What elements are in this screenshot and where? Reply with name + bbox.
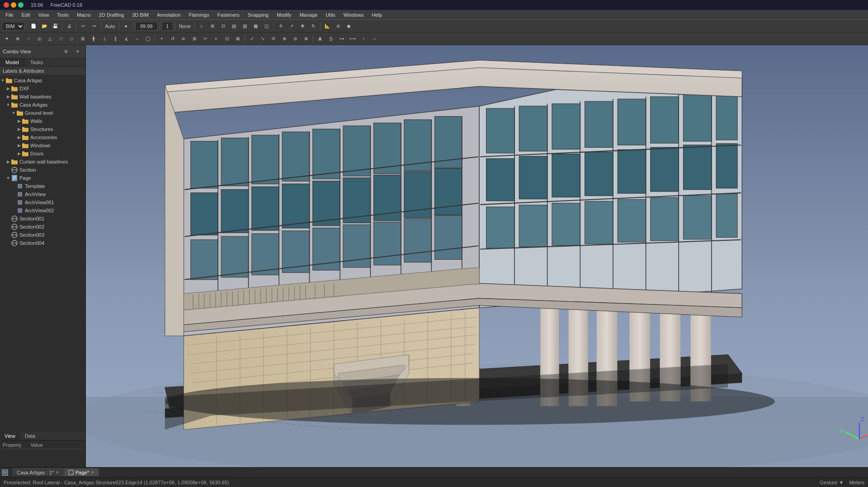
- menu-edit[interactable]: Edit: [18, 11, 34, 19]
- text-e[interactable]: ↕: [359, 34, 368, 44]
- snap-btn-2[interactable]: ⊕: [13, 34, 23, 44]
- tool-g[interactable]: ⊡: [222, 34, 232, 44]
- tree-item-section004[interactable]: Section004: [0, 239, 85, 247]
- snap-btn-13[interactable]: ↔: [132, 34, 142, 44]
- tool-f[interactable]: ⌖: [211, 34, 221, 44]
- menu-modify[interactable]: Modify: [273, 11, 295, 19]
- tree-item-template[interactable]: Template: [0, 182, 85, 190]
- menu-fasteners[interactable]: Fasteners: [214, 11, 243, 19]
- tab-casa-close[interactable]: ✕: [56, 470, 59, 475]
- view-home-button[interactable]: ⌂: [197, 21, 207, 31]
- snap-btn-12[interactable]: ∡: [121, 34, 131, 44]
- tree-item-archview001[interactable]: ArchView001: [0, 198, 85, 206]
- tool-c[interactable]: ⊳: [179, 34, 189, 44]
- view-front-button[interactable]: ▧: [240, 21, 250, 31]
- snap-btn-11[interactable]: ∥: [110, 34, 120, 44]
- tree-item-archview[interactable]: ArchView: [0, 190, 85, 198]
- tool-b[interactable]: ↺: [168, 34, 178, 44]
- tool-h[interactable]: ⊠: [233, 34, 243, 44]
- modify-a[interactable]: ⤢: [247, 34, 257, 44]
- modify-d[interactable]: ⊕: [279, 34, 289, 44]
- menu-snapping[interactable]: Snapping: [244, 11, 273, 19]
- modify-b[interactable]: ⤡: [258, 34, 268, 44]
- snap-btn-14[interactable]: ◯: [143, 34, 153, 44]
- tree-item-section002[interactable]: Section002: [0, 223, 85, 231]
- left-tab-data[interactable]: Data: [20, 432, 40, 440]
- snap-btn-10[interactable]: ⊥: [99, 34, 109, 44]
- modify-c[interactable]: ⟳: [269, 34, 278, 44]
- snap-btn-1[interactable]: ✦: [2, 34, 12, 44]
- modify-f[interactable]: ⊗: [301, 34, 311, 44]
- tree-item-page[interactable]: ▼Page: [0, 174, 85, 182]
- tree-item-section001[interactable]: Section001: [0, 215, 85, 223]
- close-button[interactable]: [4, 2, 9, 8]
- minimize-button[interactable]: [11, 2, 16, 8]
- print-button[interactable]: 🖨: [64, 21, 74, 31]
- tree-item-walls[interactable]: ▶Walls: [0, 117, 85, 125]
- view-top-button[interactable]: ▤: [229, 21, 239, 31]
- undo-button[interactable]: ↩: [78, 21, 88, 31]
- tree-item-accessories[interactable]: ▶Accessories: [0, 133, 85, 141]
- window-controls[interactable]: [4, 2, 24, 8]
- menu-3d-bim[interactable]: 3D BIM: [128, 11, 152, 19]
- tree-item-doors[interactable]: ▶Doors: [0, 150, 85, 158]
- workbench-selector[interactable]: BIM: [2, 22, 24, 31]
- menu-windows[interactable]: Windows: [340, 11, 368, 19]
- combo-close-button[interactable]: ✕: [73, 47, 83, 56]
- view-fit-sel-button[interactable]: ⊡: [218, 21, 228, 31]
- tree-item-archview002[interactable]: ArchView002: [0, 206, 85, 215]
- menu-2d-drafting[interactable]: 2D Drafting: [95, 11, 128, 19]
- menu-view[interactable]: View: [35, 11, 53, 19]
- text-c[interactable]: ⊶: [337, 34, 347, 44]
- menu-flamingo[interactable]: Flamingo: [185, 11, 213, 19]
- tree-item-windows[interactable]: ▶Windows: [0, 141, 85, 150]
- tab-page-close[interactable]: ✕: [91, 470, 94, 475]
- render-button[interactable]: ◉: [344, 21, 354, 31]
- tool-a[interactable]: +: [157, 34, 167, 44]
- rotate-button[interactable]: ↻: [308, 21, 318, 31]
- tree-item-structures[interactable]: ▶Structures: [0, 125, 85, 133]
- menu-help[interactable]: Help: [368, 11, 386, 19]
- menu-manage[interactable]: Manage: [296, 11, 321, 19]
- tree-item-section003[interactable]: Section003: [0, 231, 85, 239]
- tree-item-dxf[interactable]: ▶DXF: [0, 84, 85, 93]
- text-b[interactable]: S: [326, 34, 336, 44]
- left-tab-view[interactable]: View: [0, 432, 20, 440]
- tree-item-wall-baselines[interactable]: ▶Wall baselines: [0, 93, 85, 101]
- snap-btn-7[interactable]: ◇: [67, 34, 77, 44]
- view-right-button[interactable]: ▦: [251, 21, 261, 31]
- tool-e[interactable]: ✂: [200, 34, 210, 44]
- menu-annotation[interactable]: Annotation: [153, 11, 184, 19]
- tab-tasks[interactable]: Tasks: [25, 58, 49, 66]
- menu-tools[interactable]: Tools: [53, 11, 72, 19]
- modify-e[interactable]: ⊖: [290, 34, 300, 44]
- snap-btn-8[interactable]: ⊞: [78, 34, 88, 44]
- move-button[interactable]: ✥: [297, 21, 307, 31]
- select-all-button[interactable]: ✛: [276, 21, 286, 31]
- tree-item-casa-artigas-sub[interactable]: ▼Casa Artigas: [0, 101, 85, 109]
- new-file-button[interactable]: 📄: [28, 21, 38, 31]
- maximize-button[interactable]: [18, 2, 24, 8]
- snap-btn-3[interactable]: ○: [24, 34, 33, 44]
- text-f[interactable]: ↔: [369, 34, 379, 44]
- menu-file[interactable]: File: [2, 11, 17, 19]
- view-fit-all-button[interactable]: ⊞: [208, 21, 217, 31]
- combo-float-button[interactable]: ⧉: [61, 47, 71, 56]
- tab-casa-artigas[interactable]: Casa Artigas : 1* ✕: [13, 468, 63, 476]
- open-file-button[interactable]: 📂: [39, 21, 49, 31]
- save-button[interactable]: 💾: [50, 21, 60, 31]
- text-d[interactable]: ⟼: [348, 34, 358, 44]
- menu-utils[interactable]: Utils: [322, 11, 339, 19]
- tab-page[interactable]: Page* ✕: [64, 468, 99, 476]
- text-a[interactable]: A: [315, 34, 325, 44]
- point-size-input[interactable]: [162, 22, 173, 31]
- tab-model[interactable]: Model: [0, 58, 25, 66]
- viewport[interactable]: X Y Z: [86, 45, 868, 467]
- tree-item-curtain-wall-baselines[interactable]: ▶Curtain wall baselines: [0, 158, 85, 166]
- tool-d[interactable]: ⊞: [189, 34, 199, 44]
- redo-button[interactable]: ↪: [89, 21, 99, 31]
- tree-item-ground-level[interactable]: ▼Ground level: [0, 109, 85, 117]
- menu-macro[interactable]: Macro: [73, 11, 94, 19]
- view-iso-button[interactable]: ◫: [262, 21, 272, 31]
- section-button[interactable]: ⊘: [333, 21, 343, 31]
